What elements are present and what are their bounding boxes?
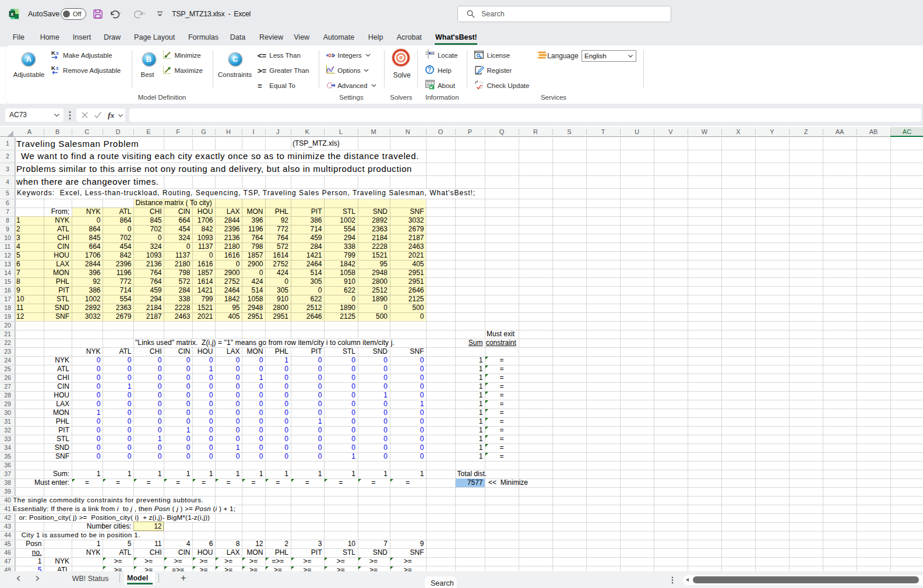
svg-text:x: x: [10, 11, 13, 17]
svg-text:1: 1: [331, 52, 334, 58]
svg-text:K: K: [51, 65, 55, 71]
svg-text:x: x: [55, 65, 59, 71]
svg-text:x: x: [55, 50, 59, 56]
svg-text:K: K: [51, 50, 55, 56]
